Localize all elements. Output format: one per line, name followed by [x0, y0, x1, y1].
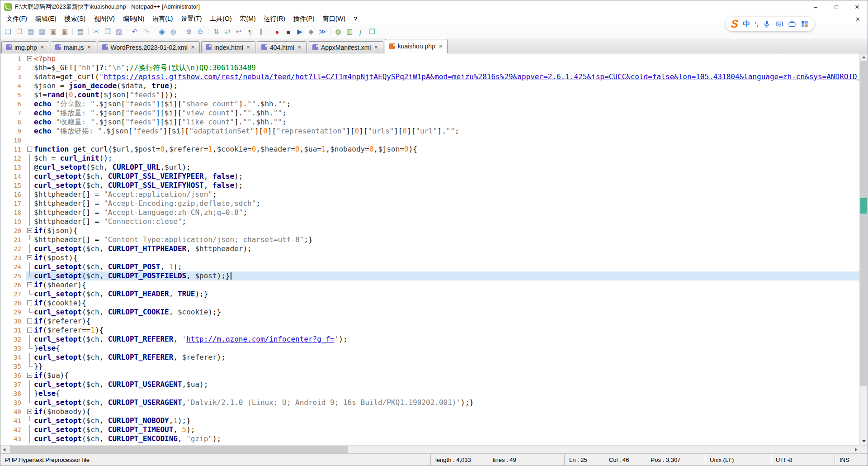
- status-eol-format[interactable]: Unix (LF): [705, 454, 771, 466]
- code-line[interactable]: 37curl_setopt($ch, CURLOPT_USERAGENT,$ua…: [0, 380, 859, 389]
- status-encoding[interactable]: UTF-8: [771, 454, 835, 466]
- scroll-left-arrow-icon[interactable]: [0, 446, 8, 453]
- menu-close-icon[interactable]: ✕: [853, 15, 863, 24]
- save-all-icon[interactable]: ▩: [37, 27, 47, 37]
- maximize-button[interactable]: □: [826, 0, 847, 13]
- copy-icon[interactable]: ❐: [103, 27, 113, 37]
- tab-close-icon[interactable]: ✕: [86, 44, 91, 50]
- save-icon[interactable]: ▦: [26, 27, 36, 37]
- menu-item-run[interactable]: 运行(R): [260, 14, 289, 24]
- tab-close-icon[interactable]: ✕: [246, 44, 251, 50]
- sync-horizontal-icon[interactable]: ⇄: [222, 27, 232, 37]
- code-line[interactable]: 17$httpheader[] = "Accept-Encoding:gzip,…: [0, 199, 859, 208]
- code-line[interactable]: 24curl_setopt($ch, CURLOPT_POST, 1);: [0, 262, 859, 271]
- cut-icon[interactable]: ✂: [91, 27, 101, 37]
- stop-macro-icon[interactable]: ■: [283, 27, 293, 37]
- soft-keyboard-icon[interactable]: [775, 20, 783, 28]
- undo-icon[interactable]: ↶: [130, 27, 140, 37]
- minimize-button[interactable]: –: [805, 0, 826, 13]
- code-line[interactable]: 40if($nobaody){: [0, 407, 859, 416]
- code-line[interactable]: 33}else{: [0, 344, 859, 353]
- run-multiple-icon[interactable]: ≫: [317, 27, 327, 37]
- save-macro-icon[interactable]: ◆: [306, 27, 316, 37]
- replace-icon[interactable]: ◎: [168, 27, 178, 37]
- code-line[interactable]: 11function get_curl($url,$post=0,$refere…: [0, 145, 859, 154]
- code-line[interactable]: 19$httpheader[] = "Connection:close";: [0, 217, 859, 226]
- code-line[interactable]: 28if($cookie){: [0, 299, 859, 308]
- function-list-icon[interactable]: ƒ: [356, 27, 366, 37]
- status-doc-size[interactable]: length : 4,033 lines : 49: [430, 454, 564, 466]
- menu-item-encoding[interactable]: 编码(N): [119, 14, 148, 24]
- code-line[interactable]: 34curl_setopt($ch, CURLOPT_REFERER, $ref…: [0, 353, 859, 362]
- menu-item-plugins[interactable]: 插件(P): [289, 14, 319, 24]
- code-line[interactable]: 9echo "播放链接: ".$json["feeds"][$i]["adapt…: [0, 127, 859, 136]
- fold-collapse-icon[interactable]: [26, 371, 34, 380]
- code-line[interactable]: 1<?php: [0, 54, 859, 63]
- code-line[interactable]: 31if($referer==1){: [0, 326, 859, 335]
- menu-item-file[interactable]: 文件(F): [2, 14, 31, 24]
- code-line[interactable]: 43curl_setopt($ch, CURLOPT_ENCODING, "gz…: [0, 434, 859, 443]
- code-line[interactable]: 10: [0, 136, 859, 145]
- code-line[interactable]: 23if($post){: [0, 253, 859, 262]
- paste-icon[interactable]: ▨: [114, 27, 124, 37]
- scroll-up-arrow-icon[interactable]: [860, 53, 868, 61]
- code-line[interactable]: 20if($json){: [0, 226, 859, 235]
- fold-collapse-icon[interactable]: [26, 253, 34, 262]
- indent-guide-icon[interactable]: ∥: [256, 27, 266, 37]
- tab-404-html[interactable]: 404.html✕: [257, 41, 307, 53]
- tab-index-html[interactable]: index.html✕: [201, 41, 255, 53]
- code-line[interactable]: 27curl_setopt($ch, CURLOPT_HEADER, TRUE)…: [0, 290, 859, 299]
- sogou-logo-icon[interactable]: S: [731, 19, 739, 29]
- menu-item-settings[interactable]: 设置(T): [177, 14, 206, 24]
- fold-collapse-icon[interactable]: [26, 226, 34, 235]
- code-line[interactable]: 4$json = json_decode($data, true);: [0, 81, 859, 90]
- print-icon[interactable]: ▤: [75, 27, 85, 37]
- fold-collapse-icon[interactable]: [26, 317, 34, 326]
- close-all-icon[interactable]: ▣: [60, 27, 70, 37]
- record-macro-icon[interactable]: ●: [272, 27, 282, 37]
- horizontal-scrollbar-track[interactable]: [8, 446, 852, 453]
- menu-item-window[interactable]: 窗口(W): [319, 14, 350, 24]
- ime-grid-menu-icon[interactable]: [801, 20, 809, 28]
- close-file-icon[interactable]: ▣: [48, 27, 58, 37]
- tab-img-php[interactable]: img.php✕: [1, 41, 49, 53]
- code-line[interactable]: 3$data=get_curl("https://apissl.gifshow.…: [0, 72, 859, 81]
- status-cursor-position[interactable]: Ln : 25 Col : 46 Pos : 3,307: [564, 454, 705, 466]
- tab-close-icon[interactable]: ✕: [40, 44, 45, 50]
- code-line[interactable]: 41curl_setopt($ch, CURLOPT_NOBODY,1);}: [0, 416, 859, 425]
- code-line[interactable]: 30if($referer){: [0, 317, 859, 326]
- menu-item-tools[interactable]: 工具(O): [206, 14, 236, 24]
- monitoring-icon[interactable]: ◍: [333, 27, 343, 37]
- fold-collapse-icon[interactable]: [26, 326, 34, 335]
- fold-collapse-icon[interactable]: [26, 407, 34, 416]
- zoom-in-icon[interactable]: ⊕: [184, 27, 194, 37]
- vertical-scrollbar-thumb[interactable]: [860, 61, 867, 386]
- horizontal-scrollbar[interactable]: [0, 445, 868, 453]
- code-line[interactable]: 35}}: [0, 362, 859, 371]
- fold-collapse-icon[interactable]: [26, 145, 34, 154]
- fold-collapse-icon[interactable]: [26, 281, 34, 290]
- code-line[interactable]: 29curl_setopt($ch, CURLOPT_COOKIE, $cook…: [0, 308, 859, 317]
- code-line[interactable]: 14curl_setopt($ch, CURLOPT_SSL_VERIFYPEE…: [0, 172, 859, 181]
- show-all-chars-icon[interactable]: ¶: [245, 27, 255, 37]
- scroll-down-arrow-icon[interactable]: [860, 437, 868, 445]
- tab-main-js[interactable]: main.js✕: [51, 41, 96, 53]
- tab-close-icon[interactable]: ✕: [373, 44, 378, 50]
- code-line[interactable]: 18$httpheader[] = "Accept-Language:zh-CN…: [0, 208, 859, 217]
- code-line[interactable]: 26if($header){: [0, 281, 859, 290]
- code-lines[interactable]: 1<?php2$hh=$_GET["hh"]?:"\n";//换行符号(默认\n…: [0, 53, 859, 445]
- tab-close-icon[interactable]: ✕: [190, 44, 195, 50]
- menu-item-view[interactable]: 视图(V): [90, 14, 119, 24]
- open-folder-icon[interactable]: ❒: [14, 27, 24, 37]
- fold-collapse-icon[interactable]: [26, 299, 34, 308]
- code-line[interactable]: 13@curl_setopt($ch, CURLOPT_URL,$url);: [0, 163, 859, 172]
- status-insert-mode[interactable]: INS: [835, 454, 868, 466]
- new-file-icon[interactable]: ❏: [3, 27, 13, 37]
- code-line[interactable]: 21$httpheader[] = "Content-Type:applicat…: [0, 235, 859, 244]
- code-line[interactable]: 12$ch = curl_init();: [0, 154, 859, 163]
- close-button[interactable]: ✕: [847, 0, 868, 13]
- code-line[interactable]: 6echo "分享数: ".$json["feeds"][$i]["share_…: [0, 100, 859, 109]
- code-line[interactable]: 15curl_setopt($ch, CURLOPT_SSL_VERIFYHOS…: [0, 181, 859, 190]
- tab-appxmanifest-xml[interactable]: AppxManifest.xml✕: [308, 41, 383, 53]
- code-line[interactable]: 36if($ua){: [0, 371, 859, 380]
